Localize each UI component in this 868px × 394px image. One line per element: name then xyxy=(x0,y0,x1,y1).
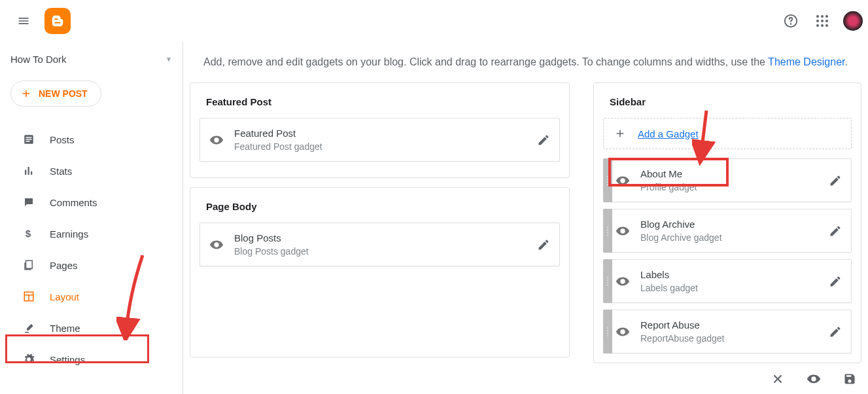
gadget-report-abuse[interactable]: Report Abuse ReportAbuse gadget xyxy=(603,310,852,353)
drag-handle[interactable] xyxy=(603,259,612,303)
blog-name-label: How To Dork xyxy=(10,54,67,65)
info-text-before: Add, remove and edit gadgets on your blo… xyxy=(203,56,768,67)
gadget-labels[interactable]: Labels Labels gadget xyxy=(603,259,852,303)
apps-grid-icon xyxy=(816,15,828,27)
layout-columns: Featured Post Featured Post Featured Pos… xyxy=(183,82,868,385)
section-title: Page Body xyxy=(206,201,560,212)
preview-button[interactable] xyxy=(807,372,821,386)
new-post-label: NEW POST xyxy=(39,88,88,99)
nav-item-stats[interactable]: Stats xyxy=(0,155,182,187)
gadget-subtitle: Blog Archive gadget xyxy=(640,232,818,243)
svg-rect-17 xyxy=(31,171,32,175)
posts-icon xyxy=(22,133,35,146)
section-title: Featured Post xyxy=(206,96,560,107)
svg-rect-15 xyxy=(25,170,26,175)
theme-icon xyxy=(22,321,35,334)
edit-gadget-button[interactable] xyxy=(537,238,550,251)
nav-item-theme[interactable]: Theme xyxy=(0,312,182,344)
pages-icon xyxy=(22,259,35,272)
nav-item-earnings[interactable]: $ Earnings xyxy=(0,218,182,249)
svg-point-5 xyxy=(816,20,819,22)
svg-rect-12 xyxy=(26,137,32,138)
edit-gadget-button[interactable] xyxy=(829,325,842,338)
plus-icon xyxy=(614,128,626,139)
nav-label: Settings xyxy=(50,354,85,365)
topbar xyxy=(0,0,868,42)
edit-gadget-button[interactable] xyxy=(829,275,842,288)
stats-icon xyxy=(22,164,35,177)
user-avatar[interactable] xyxy=(843,11,863,31)
add-gadget-label: Add a Gadget xyxy=(638,128,699,139)
nav-item-settings[interactable]: Settings xyxy=(0,344,182,375)
nav-label: Earnings xyxy=(50,228,88,240)
nav-item-comments[interactable]: Comments xyxy=(0,187,182,218)
help-button[interactable] xyxy=(778,8,804,34)
nav-item-posts[interactable]: Posts xyxy=(0,124,182,155)
save-button[interactable] xyxy=(843,372,856,385)
pencil-icon xyxy=(829,174,842,187)
gadget-title: Labels xyxy=(640,269,818,280)
gadget-blog-posts[interactable]: Blog Posts Blog Posts gadget xyxy=(200,223,560,266)
gadget-subtitle: ReportAbuse gadget xyxy=(640,333,818,344)
save-icon xyxy=(843,372,856,385)
pencil-icon xyxy=(537,134,550,147)
new-post-button[interactable]: NEW POST xyxy=(10,81,101,107)
add-gadget-button[interactable]: Add a Gadget xyxy=(603,118,852,149)
earnings-icon: $ xyxy=(22,227,35,240)
chevron-down-icon: ▼ xyxy=(165,56,172,63)
edit-gadget-button[interactable] xyxy=(829,174,842,187)
drag-handle[interactable] xyxy=(603,310,612,353)
gadget-featured-post[interactable]: Featured Post Featured Post gadget xyxy=(200,118,560,162)
hamburger-menu-button[interactable] xyxy=(10,8,37,34)
svg-point-7 xyxy=(825,20,828,22)
svg-point-8 xyxy=(816,24,819,27)
svg-rect-14 xyxy=(26,141,30,142)
layout-icon xyxy=(22,290,35,303)
gadget-title: Report Abuse xyxy=(640,319,818,331)
nav-label: Layout xyxy=(50,291,79,302)
pencil-icon xyxy=(829,325,842,338)
main-area: How To Dork ▼ NEW POST Posts Stats Comme… xyxy=(0,42,868,394)
gadget-title: Featured Post xyxy=(234,128,527,139)
section-title: Sidebar xyxy=(610,96,852,107)
nav-label: Stats xyxy=(50,166,72,177)
theme-designer-link[interactable]: Theme Designer xyxy=(768,56,844,67)
visibility-icon xyxy=(616,325,630,339)
close-icon xyxy=(771,372,784,385)
nav-item-pages[interactable]: Pages xyxy=(0,249,182,281)
drag-handle[interactable] xyxy=(603,209,612,253)
visibility-icon xyxy=(616,224,630,238)
section-sidebar: Sidebar Add a Gadget About Me Profile ga… xyxy=(593,82,861,363)
blog-selector[interactable]: How To Dork ▼ xyxy=(0,45,182,77)
section-page-body: Page Body Blog Posts Blog Posts gadget xyxy=(190,187,570,357)
visibility-icon xyxy=(209,238,224,252)
nav-item-layout[interactable]: Layout xyxy=(0,281,182,312)
svg-point-9 xyxy=(821,24,824,27)
pencil-icon xyxy=(829,224,842,238)
gadget-about-me[interactable]: About Me Profile gadget xyxy=(603,158,852,202)
edit-gadget-button[interactable] xyxy=(537,134,550,147)
info-text: Add, remove and edit gadgets on your blo… xyxy=(183,42,868,82)
svg-point-1 xyxy=(791,24,791,24)
close-button[interactable] xyxy=(771,372,784,385)
nav-list: Posts Stats Comments $ Earnings Pages La… xyxy=(0,118,182,375)
svg-point-3 xyxy=(821,15,824,18)
plus-icon xyxy=(20,88,32,99)
blogger-logo[interactable] xyxy=(44,8,71,34)
comments-icon xyxy=(22,196,35,209)
gadget-subtitle: Featured Post gadget xyxy=(234,141,527,152)
apps-button[interactable] xyxy=(809,8,835,34)
gadget-title: About Me xyxy=(640,168,818,179)
help-icon xyxy=(784,14,798,28)
gadget-subtitle: Labels gadget xyxy=(640,283,818,293)
edit-gadget-button[interactable] xyxy=(829,224,842,238)
svg-point-4 xyxy=(825,15,828,18)
drag-handle[interactable] xyxy=(603,158,612,202)
svg-point-2 xyxy=(816,15,819,18)
gadget-blog-archive[interactable]: Blog Archive Blog Archive gadget xyxy=(603,209,852,253)
info-text-after: . xyxy=(845,56,848,67)
pencil-icon xyxy=(537,238,550,251)
gadget-subtitle: Profile gadget xyxy=(640,182,818,192)
sidebar-nav: How To Dork ▼ NEW POST Posts Stats Comme… xyxy=(0,42,183,394)
nav-label: Comments xyxy=(50,197,97,208)
